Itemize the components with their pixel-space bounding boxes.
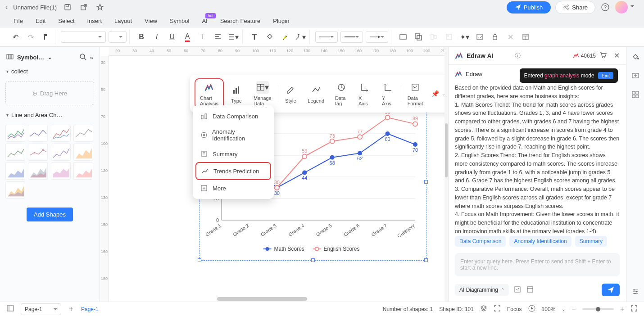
x-axis-button[interactable]: X Axis	[354, 79, 376, 108]
resize-handle[interactable]	[424, 180, 428, 184]
info-icon[interactable]: ⓘ	[515, 52, 521, 60]
back-arrow-icon[interactable]: ‹	[5, 3, 8, 11]
settings-rail-icon[interactable]	[630, 286, 641, 297]
collapse-sidebar-icon[interactable]: «	[90, 54, 93, 61]
zoom-level[interactable]: 100%	[542, 306, 556, 312]
share-button[interactable]: Share	[555, 1, 595, 14]
menu-ai[interactable]: AIhot	[202, 18, 207, 24]
shape-thumbnail[interactable]	[51, 163, 71, 180]
play-icon[interactable]	[528, 305, 535, 313]
text-style-icon[interactable]: T	[196, 31, 209, 43]
align-objects-icon[interactable]	[427, 31, 440, 43]
chevron-down-icon[interactable]: ⌄	[48, 54, 52, 60]
exit-mode-button[interactable]: Exit	[598, 72, 613, 79]
layout-icon[interactable]	[519, 31, 532, 43]
arrow-style-dropdown[interactable]	[366, 31, 388, 43]
grid-apps-icon[interactable]	[630, 89, 641, 100]
menu-symbol[interactable]: Symbol	[170, 18, 189, 24]
chip-anomaly[interactable]: Anomaly Identification	[509, 236, 571, 247]
shape-thumbnail[interactable]	[5, 181, 25, 199]
shape-thumbnail[interactable]	[5, 163, 25, 180]
zoom-out-button[interactable]: −	[571, 305, 576, 313]
shape-thumbnail[interactable]	[51, 125, 71, 142]
menu-anomaly[interactable]: Anomaly Identification	[195, 124, 271, 146]
chart-style-button[interactable]: Style	[280, 82, 301, 105]
menu-summary[interactable]: Summary	[195, 146, 271, 162]
lock-icon[interactable]	[489, 31, 501, 43]
menu-file[interactable]: File	[14, 18, 23, 24]
publish-button[interactable]: Publish	[507, 1, 551, 14]
chart-type-button[interactable]: Type	[226, 82, 247, 105]
star-icon[interactable]	[95, 2, 105, 13]
line-style-dropdown[interactable]	[315, 31, 338, 43]
send-button[interactable]	[602, 284, 620, 296]
y-axis-button[interactable]: Y Axis	[377, 79, 399, 108]
ai-mode-dropdown[interactable]: AI Diagramming ⌃	[455, 284, 509, 296]
shape-rect-icon[interactable]	[397, 31, 409, 43]
shape-thumbnail[interactable]	[28, 163, 48, 180]
tools-icon[interactable]: ✕	[504, 31, 517, 43]
shape-thumbnail[interactable]	[28, 144, 48, 161]
undo-icon[interactable]: ↶	[9, 31, 22, 43]
image-icon[interactable]	[443, 31, 455, 43]
focus-label[interactable]: Focus	[507, 306, 522, 312]
underline-icon[interactable]: U	[166, 31, 178, 43]
menu-trends-prediction[interactable]: Trends Prediction	[195, 162, 271, 180]
drag-drop-zone[interactable]: ⊕ Drag Here	[5, 81, 94, 105]
save-icon[interactable]	[62, 2, 73, 13]
redo-icon[interactable]: ↷	[24, 31, 37, 43]
zoom-in-button[interactable]: +	[620, 305, 624, 313]
menu-view[interactable]: View	[145, 18, 157, 24]
horizontal-scrollbar[interactable]	[217, 297, 307, 301]
search-icon[interactable]	[79, 53, 86, 62]
shape-thumbnail[interactable]	[5, 144, 25, 161]
vertical-scrollbar[interactable]	[445, 123, 448, 177]
menu-insert[interactable]: Insert	[87, 18, 102, 24]
fullscreen-icon[interactable]	[630, 305, 638, 313]
line-spacing-icon[interactable]: ▾	[227, 31, 240, 43]
zoom-slider[interactable]	[582, 308, 614, 310]
chip-data-comparison[interactable]: Data Comparison	[455, 236, 506, 247]
template-icon[interactable]	[526, 285, 534, 295]
resize-handle[interactable]	[424, 258, 428, 262]
text-tool-icon[interactable]: T	[248, 31, 261, 43]
add-panel-icon[interactable]	[630, 70, 641, 81]
layers-icon[interactable]	[480, 305, 487, 313]
chevron-down-icon[interactable]: ⌄	[562, 307, 565, 311]
menu-search[interactable]: Search Feature	[220, 18, 261, 24]
data-format-button[interactable]: Data Format	[403, 79, 428, 108]
help-icon[interactable]: ?	[600, 2, 611, 13]
page-tab[interactable]: Page-1	[81, 306, 99, 312]
legend-button[interactable]: Legend	[303, 82, 329, 105]
shape-thumbnail[interactable]	[73, 163, 93, 180]
attach-icon[interactable]	[513, 285, 522, 295]
line-area-section-toggle[interactable]: Line and Area Ch…	[4, 107, 96, 123]
text-color-icon[interactable]: A	[181, 31, 194, 43]
cart-icon[interactable]	[599, 51, 607, 60]
edit-shape-icon[interactable]	[473, 31, 486, 43]
menu-select[interactable]: Select	[58, 18, 74, 24]
menu-plugin[interactable]: Plugin	[273, 18, 289, 24]
align-icon[interactable]	[212, 31, 224, 43]
font-family-dropdown[interactable]	[61, 31, 106, 43]
manage-data-button[interactable]: ▾ Manage Data	[249, 79, 276, 108]
italic-icon[interactable]: I	[150, 31, 163, 43]
shape-overlap-icon[interactable]	[412, 31, 425, 43]
shape-thumbnail[interactable]	[73, 125, 93, 142]
page-selector-dropdown[interactable]: Page-1	[21, 303, 61, 315]
user-avatar[interactable]	[615, 1, 628, 14]
page-view-icon[interactable]	[6, 304, 14, 314]
highlight-icon[interactable]	[279, 31, 291, 43]
export-icon[interactable]	[78, 2, 89, 13]
chart-analysis-button[interactable]: Chart Analysis	[195, 78, 224, 109]
pin-icon[interactable]: 📌	[431, 90, 439, 97]
data-tag-button[interactable]: Data tag	[331, 79, 352, 108]
connector-icon[interactable]: ▾	[294, 31, 307, 43]
menu-more[interactable]: More	[195, 180, 271, 196]
add-shapes-button[interactable]: Add Shapes	[27, 208, 73, 221]
bold-icon[interactable]: B	[135, 31, 148, 43]
font-size-dropdown[interactable]	[109, 31, 127, 43]
line-weight-dropdown[interactable]	[340, 31, 363, 43]
paint-bucket-icon[interactable]	[630, 51, 641, 62]
shape-thumbnail[interactable]	[51, 144, 71, 161]
